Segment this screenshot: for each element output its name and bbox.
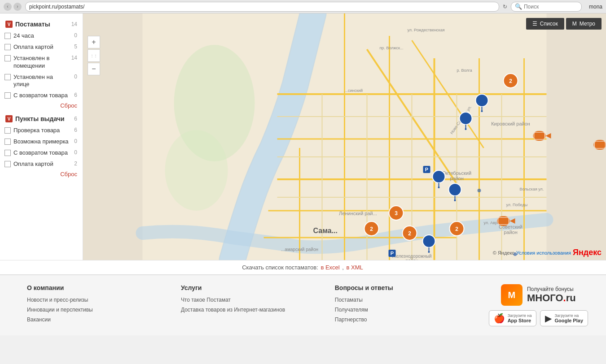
postamats-label: Постаматы (15, 21, 50, 28)
filter-outdoor[interactable]: Установлен на улице 0 (0, 72, 83, 91)
svg-text:P: P (425, 167, 428, 172)
filter-indoor[interactable]: Установлен в помещении 14 (0, 53, 83, 72)
footer: О компании Новости и пресс-релизы Иннова… (0, 274, 606, 335)
mnogo-promo: М Получайте бонусы МНОГО.ru (501, 284, 576, 306)
googleplay-label: Google Play (554, 318, 583, 323)
footer-link-delivery[interactable]: Доставка товаров из Интернет-магазинов (181, 307, 317, 313)
filter-card-checkbox[interactable] (4, 44, 11, 50)
svg-rect-74 (498, 217, 509, 225)
delivery-count: 6 (74, 116, 77, 122)
download-excel-link[interactable]: в Excel (321, 264, 341, 271)
filter-card2[interactable]: Оплата картой 2 (0, 159, 83, 170)
svg-text:2: 2 (455, 226, 458, 232)
googleplay-text: Загрузите на Google Play (554, 313, 583, 323)
footer-link-postamats[interactable]: Постаматы (335, 297, 471, 303)
filter-outdoor-label: Установлен на улице (13, 74, 70, 89)
filter-check-checkbox[interactable] (4, 127, 11, 134)
back-button[interactable]: ‹ (4, 3, 12, 11)
filter-24h[interactable]: 24 часа 0 (0, 30, 83, 42)
app-buttons: 🍎 Загрузите на App Store ▶ Загрузите на … (489, 310, 588, 326)
filter-outdoor-checkbox[interactable] (4, 74, 11, 80)
filter-card2-count: 2 (72, 160, 77, 167)
svg-text:ул. Рождественская: ул. Рождественская (408, 28, 445, 32)
filter-return-count: 6 (72, 92, 77, 98)
url-text: pickpoint.ru/postamats/ (29, 4, 84, 10)
url-bar[interactable]: pickpoint.ru/postamats/ (25, 2, 499, 12)
filter-fitting-checkbox[interactable] (4, 139, 11, 145)
googleplay-small: Загрузите на (554, 313, 583, 318)
forward-button[interactable]: › (13, 3, 22, 11)
reload-button[interactable]: ↻ (503, 4, 507, 10)
filter-return-checkbox[interactable] (4, 92, 11, 99)
filter-return2-label: С возвратом товара (13, 149, 70, 157)
svg-text:...амарский район: ...амарский район (281, 247, 318, 252)
svg-text:район: район (406, 258, 418, 260)
filter-indoor-checkbox[interactable] (4, 55, 11, 61)
filter-card[interactable]: Оплата картой 5 (0, 42, 83, 53)
svg-point-62 (449, 183, 461, 196)
svg-point-56 (476, 94, 488, 107)
yandex-watermark: © Яндекс Условия использования Яндекс (493, 248, 602, 257)
filter-24h-checkbox[interactable] (4, 33, 11, 39)
footer-faq-title: Вопросы и ответы (335, 284, 471, 291)
svg-point-60 (433, 170, 445, 183)
list-icon: ☰ (532, 21, 537, 27)
filter-return2-checkbox[interactable] (4, 150, 11, 156)
svg-text:Октябрьский: Октябрьский (442, 170, 471, 176)
map-container[interactable]: Кировский район Октябрьский район Советс… (83, 13, 606, 260)
search-input[interactable] (524, 4, 578, 10)
filter-check[interactable]: Проверка товара 6 (0, 125, 83, 136)
footer-link-vacancies[interactable]: Вакансии (27, 316, 163, 323)
list-button[interactable]: ☰ Список (526, 18, 564, 30)
sidebar: V Постаматы 14 24 часа 0 Оплата картой 5… (0, 13, 83, 260)
search-icon: 🔍 (515, 3, 522, 10)
delivery-label: Пункты выдачи (15, 115, 65, 122)
filter-card2-checkbox[interactable] (4, 161, 11, 167)
svg-point-2 (165, 130, 228, 211)
zoom-drag-handle[interactable]: ⋮⋮ (88, 49, 100, 62)
zoom-out-button[interactable]: − (88, 63, 100, 75)
filter-indoor-label: Установлен в помещении (13, 55, 67, 70)
svg-rect-68 (534, 132, 545, 139)
footer-col-about: О компании Новости и пресс-релизы Иннова… (27, 284, 163, 326)
yandex-terms-link[interactable]: Условия использования (516, 250, 571, 256)
filter-return-label: С возвратом товара (13, 92, 70, 100)
yandex-logo: Яндекс (573, 248, 602, 257)
mnogo-icon: М (501, 284, 523, 306)
filter-outdoor-count: 0 (72, 74, 77, 80)
filter-return[interactable]: С возвратом товара 6 (0, 90, 83, 101)
filter-check-label: Проверка товара (13, 127, 70, 134)
filter-fitting-count: 0 (72, 138, 77, 144)
googleplay-button[interactable]: ▶ Загрузите на Google Play (540, 310, 588, 326)
delivery-icon: V (5, 115, 13, 122)
appstore-button[interactable]: 🍎 Загрузите на App Store (489, 310, 537, 326)
filter-card-label: Оплата картой (13, 43, 70, 51)
download-xml-link[interactable]: в XML (347, 264, 363, 271)
zoom-in-button[interactable]: + (88, 36, 100, 48)
svg-point-63 (454, 199, 456, 201)
footer-link-innovations[interactable]: Инновации и перспективы (27, 307, 163, 313)
svg-text:Кировский район: Кировский район (491, 121, 530, 126)
filter-fitting[interactable]: Возможна примерка 0 (0, 136, 83, 147)
filter-fitting-label: Возможна примерка (13, 138, 70, 146)
footer-col-faq: Вопросы и ответы Постаматы Получателям П… (335, 284, 471, 326)
apple-icon: 🍎 (494, 313, 505, 324)
filter-card-count: 5 (72, 43, 77, 50)
filter-card2-label: Оплата картой (13, 160, 70, 168)
footer-link-partnership[interactable]: Партнерство (335, 316, 471, 323)
footer-link-news[interactable]: Новости и пресс-релизы (27, 297, 163, 303)
filter-return2[interactable]: С возвратом товара 0 (0, 147, 83, 159)
filter-24h-count: 0 (72, 32, 77, 39)
svg-text:район: район (504, 230, 518, 235)
footer-link-recipients[interactable]: Получателям (335, 307, 471, 313)
postamats-reset[interactable]: Сброс (0, 101, 83, 113)
svg-point-57 (481, 110, 483, 112)
footer-col-services: Услуги Что такое Постамат Доставка товар… (181, 284, 317, 326)
delivery-reset[interactable]: Сброс (0, 170, 83, 181)
search-box[interactable]: 🔍 (511, 2, 582, 12)
googleplay-icon: ▶ (545, 313, 552, 324)
metro-button[interactable]: M Метро (566, 18, 602, 30)
postamats-icon: V (5, 21, 13, 28)
footer-link-what-is[interactable]: Что такое Постамат (181, 297, 317, 303)
filter-check-count: 6 (72, 127, 77, 133)
